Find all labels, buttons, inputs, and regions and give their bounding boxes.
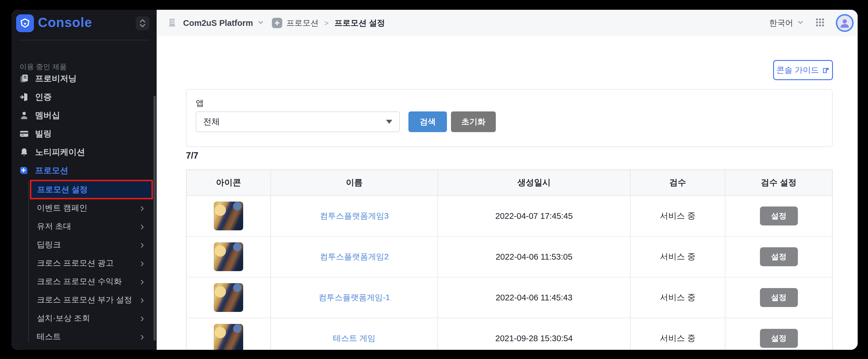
sidebar-item-billing[interactable]: 빌링 [11, 125, 157, 143]
sidebar-collapse-button[interactable] [136, 17, 150, 30]
sidebar-item-membership[interactable]: 멤버십 [11, 106, 157, 125]
review-status: 서비스 중 [660, 251, 695, 262]
chevron-down-icon [797, 19, 804, 27]
console-logo-icon [16, 14, 34, 32]
result-count: 7/7 [186, 151, 198, 161]
created-at: 2022-04-06 11:45:43 [496, 293, 572, 302]
chevron-right-icon [140, 276, 144, 287]
sidebar-submenu: 이벤트 캠페인 유저 초대 딥링크 크로스 프로모션 광고 크로스 프로모션 수… [11, 181, 157, 346]
table-row: 컴투스플랫폼게임3 2022-04-07 17:45:45 서비스 중 설정 [187, 196, 832, 237]
game-name-link[interactable]: 컴투스플랫폼게임3 [320, 210, 389, 222]
column-header-icon: 아이콘 [216, 177, 241, 188]
breadcrumb: 프로모션 > 프로모션 설정 [272, 18, 385, 28]
sidebar-subitem-event-campaign[interactable]: 이벤트 캠페인 [11, 199, 157, 217]
sidebar-item-label: 빌링 [35, 128, 52, 139]
review-status: 서비스 중 [660, 333, 695, 344]
table-row: 컴투스플랫폼게임-1 2022-04-06 11:45:43 서비스 중 설정 [187, 278, 832, 318]
promotion-icon [272, 18, 282, 28]
filter-card: 앱 전체 검색 초기화 [186, 89, 833, 147]
workspace-name: Com2uS Platform [183, 19, 253, 28]
column-header-review-config: 검수 설정 [761, 177, 797, 188]
sidebar-item-auth[interactable]: 인증 [11, 88, 157, 106]
console-guide-label: 콘솔 가이드 [776, 65, 819, 75]
sidebar-subitem-cross-promo-ads[interactable]: 크로스 프로모션 광고 [11, 254, 157, 272]
console-guide-button[interactable]: 콘솔 가이드 [773, 60, 833, 80]
review-status: 서비스 중 [660, 292, 695, 303]
sidebar-logo-row: Console [11, 10, 157, 37]
game-name-link[interactable]: 테스트 게임 [333, 333, 376, 344]
table-row: 테스트 게임 2021-09-28 15:30:54 서비스 중 설정 [187, 318, 832, 350]
promotion-plus-icon [19, 165, 30, 176]
game-name-link[interactable]: 컴투스플랫폼게임2 [320, 251, 389, 262]
login-icon [19, 91, 30, 103]
chevron-right-icon [140, 202, 144, 214]
sidebar: Console 이용 중인 제품 프 [11, 10, 157, 350]
sidebar-subitem-cross-promo-extra[interactable]: 크로스 프로모션 부가 설정 [11, 291, 157, 309]
chevron-right-icon [140, 239, 144, 250]
config-button[interactable]: 설정 [760, 206, 798, 225]
person-icon [19, 110, 30, 121]
game-thumbnail [214, 242, 243, 271]
column-header-created: 생성일시 [517, 177, 551, 188]
app-filter-select[interactable]: 전체 [196, 111, 400, 132]
created-at: 2022-04-06 11:53:05 [496, 252, 572, 262]
sidebar-item-label: 멤버십 [35, 110, 60, 121]
apps-table: 아이콘 이름 생성일시 검수 검수 설정 컴투스플랫폼게임3 2022-04-0… [186, 169, 833, 350]
bell-icon [19, 146, 30, 158]
sidebar-menu: 프로비저닝 인증 멤버 [11, 69, 157, 180]
chevron-right-icon [140, 294, 144, 305]
reset-button[interactable]: 초기화 [451, 111, 496, 132]
column-header-review: 검수 [670, 177, 686, 188]
chevron-right-icon [140, 313, 144, 324]
documents-icon [19, 73, 30, 85]
sidebar-divider [20, 40, 149, 40]
search-button[interactable]: 검색 [408, 111, 447, 132]
config-button[interactable]: 설정 [760, 247, 798, 266]
select-caret-icon [386, 120, 392, 124]
table-row: 컴투스플랫폼게임2 2022-04-06 11:53:05 서비스 중 설정 [187, 237, 832, 278]
config-button[interactable]: 설정 [760, 288, 798, 307]
sidebar-item-label: 노티피케이션 [35, 146, 85, 158]
app-window: Console 이용 중인 제품 프 [11, 10, 858, 350]
game-thumbnail [214, 202, 243, 230]
app-filter-label: 앱 [196, 98, 204, 108]
created-at: 2022-04-07 17:45:45 [495, 211, 572, 221]
sidebar-item-notification[interactable]: 노티피케이션 [11, 143, 157, 161]
breadcrumb-root[interactable]: 프로모션 [286, 18, 318, 28]
chevron-down-icon [257, 19, 265, 27]
external-link-icon [822, 66, 830, 74]
sidebar-subitem-user-invite[interactable]: 유저 초대 [11, 217, 157, 235]
sidebar-subitem-install-reward[interactable]: 설치·보상 조회 [11, 309, 157, 327]
credit-card-icon [19, 128, 30, 139]
table-header-row: 아이콘 이름 생성일시 검수 검수 설정 [187, 170, 832, 196]
sidebar-item-promotion[interactable]: 프로모션 [11, 161, 157, 180]
main-area: Com2uS Platform 프로모션 > 프로모션 설정 한국어 [157, 10, 858, 350]
chevron-right-icon [140, 258, 144, 268]
chevron-right-icon [140, 221, 144, 232]
language-selector[interactable]: 한국어 [769, 18, 804, 28]
sidebar-subitem-cross-promo-monetization[interactable]: 크로스 프로모션 수익화 [11, 272, 157, 291]
breadcrumb-current: 프로모션 설정 [335, 18, 385, 28]
sidebar-item-provisioning[interactable]: 프로비저닝 [11, 69, 157, 88]
column-header-name: 이름 [346, 177, 363, 188]
console-logo-text: Console [38, 14, 92, 30]
building-icon [167, 17, 177, 29]
sidebar-subitem-test[interactable]: 테스트 [11, 327, 157, 346]
topbar-controls: 한국어 [769, 14, 854, 32]
breadcrumb-separator: > [324, 19, 329, 28]
created-at: 2021-09-28 15:30:54 [495, 334, 572, 343]
sidebar-item-label: 프로비저닝 [35, 73, 77, 85]
game-thumbnail [214, 283, 243, 312]
sidebar-scrollbar[interactable] [153, 96, 156, 340]
game-name-link[interactable]: 컴투스플랫폼게임-1 [318, 292, 390, 303]
app-grid-icon[interactable] [814, 17, 826, 30]
chevron-right-icon [140, 331, 144, 342]
workspace-switcher[interactable]: Com2uS Platform [167, 17, 265, 29]
sidebar-item-label: 인증 [35, 91, 52, 103]
config-button[interactable]: 설정 [760, 329, 798, 348]
user-avatar[interactable] [836, 14, 854, 32]
sidebar-item-label: 프로모션 [35, 165, 68, 176]
app-filter-selected-value: 전체 [203, 116, 220, 128]
topbar: Com2uS Platform 프로모션 > 프로모션 설정 한국어 [157, 10, 858, 36]
sidebar-subitem-deeplink[interactable]: 딥링크 [11, 235, 157, 254]
